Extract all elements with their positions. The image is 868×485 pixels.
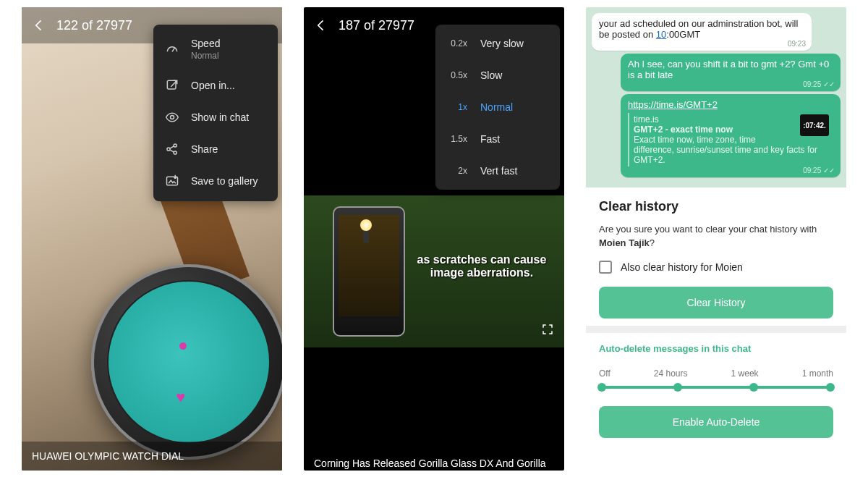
- sheet-body: Are you sure you want to clear your chat…: [599, 223, 833, 250]
- menu-label: Open in...: [191, 80, 235, 91]
- media-caption: HUAWEI OLYMPIC WATCH DIAL: [22, 442, 282, 471]
- menu-label: Speed: [191, 38, 220, 49]
- slider-labels: Off 24 hours 1 week 1 month: [599, 368, 833, 379]
- back-icon[interactable]: [314, 18, 328, 33]
- media-counter: 122 of 27977: [56, 18, 132, 33]
- slider-label: 24 hours: [654, 368, 688, 379]
- speed-option[interactable]: 0.2xVery slow: [435, 28, 560, 59]
- link-preview-desc: Exact time now, time zone, time differen…: [634, 135, 829, 165]
- slider-stop[interactable]: [673, 383, 682, 392]
- slider-stop[interactable]: [826, 383, 835, 392]
- enable-auto-delete-button[interactable]: Enable Auto-Delete: [599, 406, 833, 438]
- clear-history-button[interactable]: Clear History: [599, 287, 833, 319]
- speed-option[interactable]: 0.5xSlow: [435, 59, 560, 91]
- speed-multiplier: 1.5x: [447, 134, 467, 144]
- context-menu: Speed Normal Open in... Show in chat Sha…: [153, 25, 278, 201]
- phone-illustration: [333, 206, 405, 337]
- speed-menu: 0.2xVery slow0.5xSlow1xNormal1.5xFast2xV…: [435, 25, 560, 190]
- video-frame[interactable]: as scratches can cause image aberrations…: [304, 195, 564, 347]
- clear-history-sheet: Clear history Are you sure you want to c…: [586, 187, 846, 326]
- speed-option[interactable]: 1.5xFast: [435, 123, 560, 155]
- read-checks-icon: ✓✓: [823, 80, 835, 88]
- menu-label: Share: [191, 143, 218, 155]
- watch-indicator-dot: [179, 342, 187, 350]
- heart-icon: ♥: [176, 388, 185, 407]
- speedometer-icon: [165, 42, 179, 56]
- auto-delete-title: Auto-delete messages in this chat: [599, 343, 833, 354]
- msg-time: 09:25 ✓✓: [803, 166, 835, 174]
- speed-label: Normal: [480, 101, 513, 113]
- speed-label: Slow: [480, 69, 502, 81]
- slider-label: 1 week: [731, 368, 759, 379]
- sheet-title: Clear history: [599, 199, 833, 214]
- incoming-message[interactable]: your ad scheduled on our adminstration b…: [592, 13, 812, 51]
- checkbox-label: Also clear history for Moien: [621, 261, 743, 273]
- section-divider: [586, 326, 846, 333]
- menu-item-save-gallery[interactable]: Save to gallery: [153, 165, 278, 197]
- slider-label: Off: [599, 368, 610, 379]
- svg-point-1: [171, 116, 174, 119]
- link-preview[interactable]: :07:42. time.is GMT+2 - exact time now E…: [628, 113, 833, 166]
- share-icon: [165, 142, 179, 156]
- eye-icon: [165, 110, 179, 125]
- msg-text: :00GMT: [666, 29, 700, 40]
- chat-clear-history-screen: your ad scheduled on our adminstration b…: [586, 7, 846, 471]
- auto-delete-slider[interactable]: [602, 386, 830, 389]
- speed-multiplier: 0.5x: [447, 70, 467, 80]
- menu-item-speed[interactable]: Speed Normal: [153, 29, 278, 69]
- slider-stop[interactable]: [749, 383, 758, 392]
- svg-rect-0: [167, 80, 176, 89]
- msg-link-number[interactable]: 10: [656, 29, 666, 40]
- speed-multiplier: 0.2x: [447, 38, 467, 48]
- slider-stop[interactable]: [597, 383, 606, 392]
- media-counter: 187 of 27977: [339, 18, 414, 33]
- menu-label: Save to gallery: [191, 175, 258, 187]
- back-icon[interactable]: [32, 18, 46, 33]
- open-external-icon: [165, 78, 179, 93]
- msg-text: Ah I see, can you shift it a bit to gmt …: [628, 59, 829, 80]
- speed-multiplier: 1x: [447, 102, 467, 112]
- outgoing-message-link[interactable]: https://time.is/GMT+2 :07:42. time.is GM…: [621, 94, 841, 177]
- menu-item-share[interactable]: Share: [153, 133, 278, 165]
- read-checks-icon: ✓✓: [823, 166, 835, 174]
- menu-item-show-in-chat[interactable]: Show in chat: [153, 101, 278, 133]
- watch-face: ♥: [107, 280, 271, 444]
- speed-label: Fast: [480, 133, 500, 145]
- fullscreen-icon[interactable]: [541, 323, 554, 336]
- phone-screen-illustration: [339, 215, 399, 316]
- video-overlay-text: as scratches can cause image aberrations…: [417, 253, 547, 279]
- speed-multiplier: 2x: [447, 166, 467, 176]
- media-caption: Corning Has Released Gorilla Glass DX An…: [304, 453, 564, 471]
- also-clear-checkbox-row[interactable]: Also clear history for Moien: [599, 261, 833, 274]
- speed-option[interactable]: 2xVert fast: [435, 155, 560, 187]
- msg-time: 09:23: [788, 40, 806, 48]
- menu-item-open-in[interactable]: Open in...: [153, 69, 278, 101]
- speed-label: Very slow: [480, 38, 524, 49]
- msg-url[interactable]: https://time.is/GMT+2: [628, 99, 718, 110]
- checkbox-icon[interactable]: [599, 261, 612, 274]
- menu-sublabel: Normal: [191, 51, 220, 61]
- auto-delete-section: Auto-delete messages in this chat Off 24…: [586, 333, 846, 450]
- slider-label: 1 month: [802, 368, 833, 379]
- outgoing-message[interactable]: Ah I see, can you shift it a bit to gmt …: [621, 54, 841, 91]
- menu-label: Show in chat: [191, 111, 249, 123]
- watch-body: ♥: [91, 264, 282, 460]
- speed-label: Vert fast: [480, 165, 517, 177]
- msg-time: 09:25 ✓✓: [803, 80, 835, 88]
- media-viewer-screen-1: ♥ 122 of 27977 Speed Normal Open in...: [22, 7, 282, 471]
- download-image-icon: [165, 174, 179, 188]
- chat-area: your ad scheduled on our adminstration b…: [586, 7, 846, 187]
- link-preview-thumb: :07:42.: [800, 114, 829, 136]
- speed-option[interactable]: 1xNormal: [435, 91, 560, 123]
- media-viewer-screen-2: 187 of 27977 0.2xVery slow0.5xSlow1xNorm…: [304, 7, 564, 471]
